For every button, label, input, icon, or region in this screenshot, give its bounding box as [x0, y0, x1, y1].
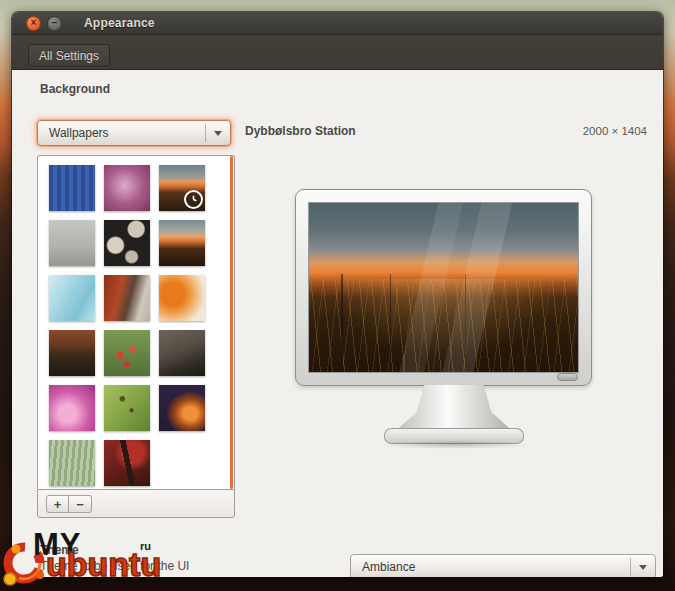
background-heading: Background: [40, 82, 110, 96]
wallpaper-thumb-blue-stripes[interactable]: [49, 165, 95, 211]
wallpaper-thumb-ice-blue[interactable]: [49, 275, 95, 321]
remove-wallpaper-button[interactable]: −: [69, 495, 92, 513]
wallpaper-thumb-purple-nebula[interactable]: [104, 165, 150, 211]
wallpaper-name-label: Dybbølsbro Station: [245, 124, 356, 138]
wallpaper-source-dropdown[interactable]: Wallpapers: [37, 120, 231, 146]
titlebar[interactable]: × − Appearance: [12, 12, 663, 35]
window-title: Appearance: [84, 16, 155, 30]
monitor-shadow: [378, 440, 530, 449]
content-area: Background Wallpapers + − Dybbølsbro Sta…: [12, 70, 663, 577]
wallpaper-thumb-foggy-wolf[interactable]: [49, 220, 95, 266]
theme-heading: Theme: [40, 543, 79, 557]
wallpaper-thumb-horse-light-painting[interactable]: [159, 385, 205, 431]
theme-dropdown[interactable]: Ambiance: [350, 554, 656, 577]
wallpaper-resolution-label: 2000 × 1404: [583, 125, 647, 137]
glass-reflection: [309, 203, 578, 372]
monitor-preview: [295, 189, 592, 386]
wallpaper-thumb-autumn-street[interactable]: [104, 275, 150, 321]
settings-toolbar: All Settings: [12, 35, 663, 70]
wallpaper-thumb-leopard-print[interactable]: [104, 220, 150, 266]
all-settings-button[interactable]: All Settings: [28, 44, 110, 67]
wallpaper-thumb-pen-on-paper[interactable]: [159, 330, 205, 376]
wallpaper-list-toolbar: + −: [37, 489, 235, 518]
monitor-power-button: [557, 373, 578, 381]
wallpaper-thumb-sunset-station-timed[interactable]: [159, 165, 205, 211]
clock-badge-icon: [184, 190, 203, 209]
wallpaper-thumb-dark-sunset-hills[interactable]: [49, 330, 95, 376]
close-button[interactable]: ×: [26, 16, 41, 31]
wallpaper-thumb-magenta-flower[interactable]: [49, 385, 95, 431]
chevron-down-icon: [206, 131, 230, 136]
overlay-scrollbar[interactable]: [230, 156, 233, 489]
wallpaper-thumb-red-berries-branch[interactable]: [104, 440, 150, 486]
wallpaper-thumb-grass-closeup[interactable]: [49, 440, 95, 486]
wallpaper-grid: [49, 165, 219, 486]
wallpaper-source-value: Wallpapers: [38, 126, 205, 140]
add-wallpaper-button[interactable]: +: [46, 495, 69, 513]
minimize-button[interactable]: −: [47, 16, 62, 31]
theme-description: Theme to be used for the UI: [40, 559, 189, 573]
wallpaper-thumb-sunset-station-2[interactable]: [159, 220, 205, 266]
wallpaper-thumb-maple-leaves[interactable]: [159, 275, 205, 321]
wallpaper-thumb-poppy-field[interactable]: [104, 330, 150, 376]
monitor-screen-wallpaper: [308, 202, 579, 373]
wallpaper-list: [37, 155, 235, 489]
wallpaper-thumb-green-plant-insects[interactable]: [104, 385, 150, 431]
theme-dropdown-value: Ambiance: [351, 560, 630, 574]
chevron-down-icon: [631, 565, 655, 570]
appearance-window: × − Appearance All Settings Background W…: [12, 12, 663, 577]
monitor-stand-neck: [392, 385, 516, 434]
